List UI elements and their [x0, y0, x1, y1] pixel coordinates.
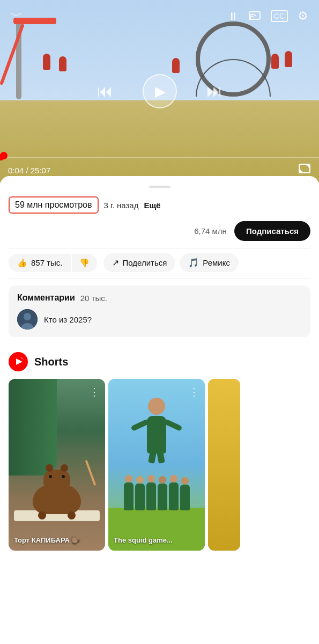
share-button[interactable]: ↗ Поделиться	[103, 253, 176, 272]
comment-text: Кто из 2025?	[44, 315, 92, 324]
more-label[interactable]: Ещё	[144, 201, 160, 210]
play-icon: ▶	[155, 83, 166, 100]
remix-button[interactable]: 🎵 Ремикс	[180, 253, 239, 272]
curtain-decor	[9, 379, 57, 475]
info-panel: 59 млн просмотров 3 г. назад Ещё 6,74 мл…	[0, 176, 319, 337]
cast-icon[interactable]	[248, 10, 261, 23]
share-icon: ↗	[112, 258, 119, 268]
comments-count: 20 тыс.	[80, 294, 107, 303]
shorts-header: Shorts	[0, 352, 319, 379]
channel-row: 6,74 млн Подписаться	[9, 221, 310, 241]
youtube-red-dot	[0, 152, 8, 159]
shorts-row: ⋮ Торт КАПИБАРА 🦫	[0, 379, 319, 551]
fullscreen-button[interactable]	[298, 163, 311, 177]
video-time: 0:04 / 25:07	[8, 166, 50, 175]
short-more-icon-1[interactable]: ⋮	[89, 385, 100, 398]
share-label: Поделиться	[123, 258, 167, 267]
shorts-section: Shorts	[0, 347, 319, 551]
short-card-3[interactable]	[208, 379, 240, 551]
comments-title: Комментарии	[17, 293, 75, 303]
like-icon: 👍	[17, 258, 27, 268]
time-ago: 3 г. назад	[104, 201, 139, 210]
comments-section[interactable]: Комментарии 20 тыс. Кто из 2025?	[9, 286, 310, 337]
video-bottom-controls: 0:04 / 25:07	[8, 163, 311, 177]
short-card-2[interactable]: ⋮ The squid game...	[108, 379, 205, 551]
like-button[interactable]: 👍 857 тыс.	[9, 254, 71, 272]
remix-label: Ремикс	[203, 258, 230, 267]
settings-icon[interactable]: ⚙	[298, 9, 308, 23]
views-badge: 59 млн просмотров	[9, 196, 99, 214]
video-center-controls: ⏮ ▶ ⏭	[97, 74, 222, 108]
top-right-controls: ⏸ CC ⚙	[228, 9, 308, 23]
pause-icon[interactable]: ⏸	[228, 10, 239, 23]
avatar	[17, 309, 38, 330]
video-top-controls: ﹀ ⏸ CC ⚙	[0, 8, 319, 24]
like-count: 857 тыс.	[31, 258, 63, 267]
views-row: 59 млн просмотров 3 г. назад Ещё	[9, 196, 310, 214]
shorts-logo	[9, 352, 28, 371]
comments-header: Комментарии 20 тыс.	[17, 293, 302, 303]
dislike-icon: 👎	[79, 258, 90, 268]
remix-icon: 🎵	[188, 258, 199, 268]
avatar-illustration	[17, 309, 38, 330]
collapse-icon[interactable]: ﹀	[11, 8, 23, 24]
actions-row: 👍 857 тыс. 👎 ↗ Поделиться 🎵 Ремикс	[9, 248, 310, 279]
short-label-1: Торт КАПИБАРА 🦫	[14, 536, 100, 544]
comment-row: Кто из 2025?	[17, 309, 302, 330]
views-count: 59 млн просмотров	[15, 200, 92, 209]
video-player[interactable]: ﹀ ⏸ CC ⚙ ⏮ ▶ ⏭	[0, 0, 319, 182]
short-more-icon-2[interactable]: ⋮	[189, 385, 199, 398]
subscriber-count: 6,74 млн	[194, 226, 227, 236]
svg-point-4	[24, 313, 31, 320]
subscribe-button[interactable]: Подписаться	[234, 221, 310, 241]
prev-button[interactable]: ⏮	[97, 82, 113, 100]
drag-handle[interactable]	[149, 186, 170, 188]
dislike-button[interactable]: 👎	[72, 254, 97, 272]
short-card-1[interactable]: ⋮ Торт КАПИБАРА 🦫	[9, 379, 105, 551]
video-progress-bar[interactable]	[0, 157, 319, 158]
short-label-2: The squid game...	[114, 536, 199, 544]
shorts-title: Shorts	[34, 356, 68, 368]
svg-point-1	[249, 18, 251, 20]
next-button[interactable]: ⏭	[206, 82, 222, 100]
cc-icon[interactable]: CC	[271, 10, 288, 22]
play-button[interactable]: ▶	[143, 74, 177, 108]
